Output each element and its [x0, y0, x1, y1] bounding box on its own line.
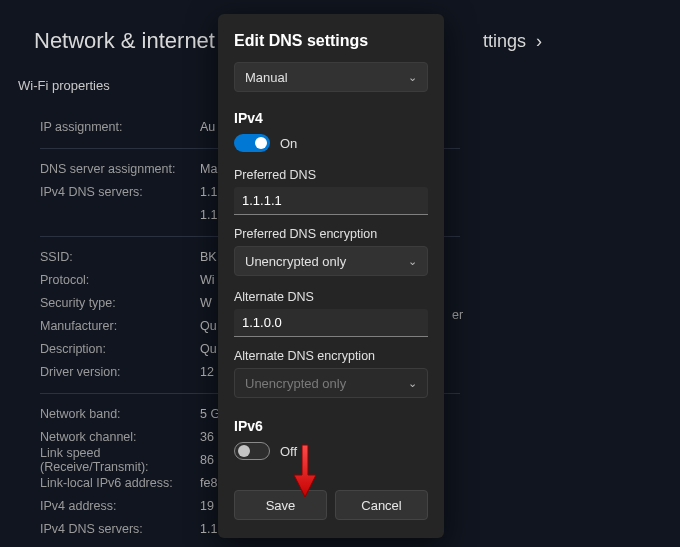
header-left: Network & internet: [34, 28, 215, 54]
ipv6-header: IPv6: [234, 418, 428, 434]
dns-mode-dropdown[interactable]: Manual ⌄: [234, 62, 428, 92]
bg-text-fragment: er: [452, 308, 463, 322]
chevron-down-icon: ⌄: [408, 377, 417, 390]
preferred-dns-input[interactable]: [234, 187, 428, 215]
preferred-dns-label: Preferred DNS: [234, 168, 428, 182]
header-right-fragment: ttings ›: [483, 31, 542, 52]
dropdown-value: Manual: [245, 70, 288, 85]
alternate-dns-input[interactable]: [234, 309, 428, 337]
edit-dns-settings-dialog: Edit DNS settings Manual ⌄ IPv4 On Prefe…: [218, 14, 444, 538]
dialog-title: Edit DNS settings: [234, 32, 428, 50]
save-button[interactable]: Save: [234, 490, 327, 520]
ipv4-toggle[interactable]: [234, 134, 270, 152]
ipv6-toggle-label: Off: [280, 444, 297, 459]
wifi-properties-heading: Wi-Fi properties: [18, 78, 110, 93]
ipv6-toggle[interactable]: [234, 442, 270, 460]
alternate-dns-label: Alternate DNS: [234, 290, 428, 304]
dropdown-value: Unencrypted only: [245, 254, 346, 269]
chevron-down-icon: ⌄: [408, 71, 417, 84]
alternate-dns-encryption-label: Alternate DNS encryption: [234, 349, 428, 363]
preferred-dns-encryption-dropdown[interactable]: Unencrypted only ⌄: [234, 246, 428, 276]
dropdown-value: Unencrypted only: [245, 376, 346, 391]
chevron-down-icon: ⌄: [408, 255, 417, 268]
ipv4-header: IPv4: [234, 110, 428, 126]
preferred-dns-encryption-label: Preferred DNS encryption: [234, 227, 428, 241]
alternate-dns-encryption-dropdown[interactable]: Unencrypted only ⌄: [234, 368, 428, 398]
cancel-button[interactable]: Cancel: [335, 490, 428, 520]
table-row: 1.1: [40, 540, 440, 547]
ipv4-toggle-label: On: [280, 136, 297, 151]
